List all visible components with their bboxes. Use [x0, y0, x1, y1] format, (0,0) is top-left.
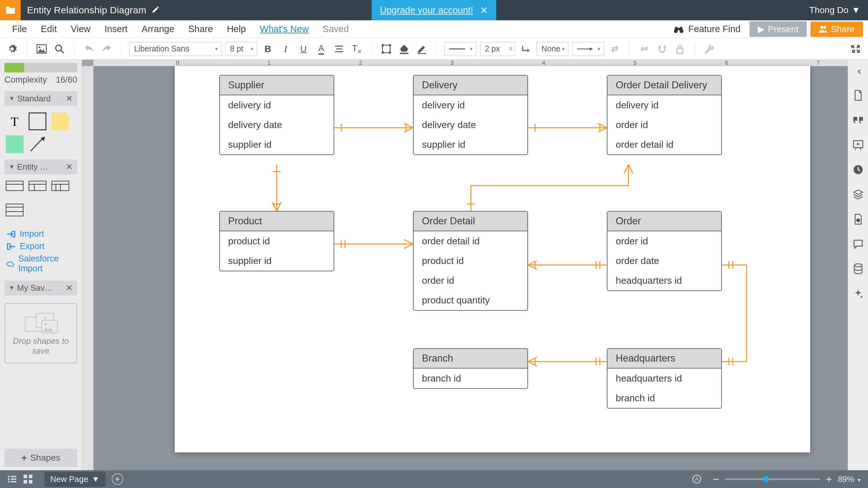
entity-field[interactable]: delivery date: [414, 115, 527, 135]
document-title[interactable]: Entity Relationship Diagram: [27, 5, 147, 16]
italic-icon[interactable]: I: [279, 42, 292, 56]
entity-shape-1-icon[interactable]: [6, 181, 24, 199]
entity-branch[interactable]: Branchbranch id: [413, 348, 528, 389]
align-icon[interactable]: [332, 42, 346, 56]
collapse-dock-icon[interactable]: ‹‹: [852, 64, 865, 77]
shapes-button[interactable]: + Shapes: [4, 449, 77, 467]
close-icon[interactable]: ✕: [66, 162, 73, 172]
entity-header[interactable]: Headquarters: [608, 349, 721, 369]
entity-field[interactable]: headquarters id: [608, 369, 721, 388]
feature-find[interactable]: Feature Find: [673, 24, 740, 34]
menu-whats-new[interactable]: What's New: [253, 24, 316, 34]
entity-shape-2-icon[interactable]: [29, 181, 46, 199]
entity-field[interactable]: order detail id: [608, 135, 721, 154]
search-icon[interactable]: [53, 42, 66, 56]
entity-order_detail_delivery[interactable]: Order Detail Deliverydelivery idorder id…: [607, 75, 722, 155]
font-size-select[interactable]: 8 pt▼: [225, 42, 257, 56]
present-button[interactable]: ▶ Present: [749, 21, 807, 37]
text-color-icon[interactable]: A: [314, 42, 328, 56]
menu-view[interactable]: View: [64, 24, 97, 34]
entity-shape-4-icon[interactable]: [6, 204, 24, 221]
entity-field[interactable]: branch id: [608, 388, 721, 408]
entity-field[interactable]: delivery date: [220, 115, 334, 135]
bold-icon[interactable]: B: [261, 42, 275, 56]
entity-header[interactable]: Branch: [414, 349, 527, 369]
close-icon[interactable]: ✕: [66, 94, 73, 103]
comments-dock-icon[interactable]: [852, 238, 865, 250]
entity-order_detail[interactable]: Order Detailorder detail idproduct idord…: [413, 211, 528, 311]
note-shape-icon[interactable]: [52, 113, 69, 130]
page-dock-icon[interactable]: [852, 89, 865, 102]
outline-view-icon[interactable]: [6, 474, 18, 485]
entity-shape-3-icon[interactable]: [52, 181, 69, 199]
entity-field[interactable]: order detail id: [414, 231, 527, 251]
share-button[interactable]: Share: [810, 22, 863, 37]
entity-order[interactable]: Orderorder idorder dateheadquarters id: [607, 211, 722, 291]
entity-header[interactable]: Order Detail: [414, 212, 527, 231]
saved-shapes-dropzone[interactable]: T Drop shapes to save: [4, 303, 77, 363]
entity-delivery[interactable]: Deliverydelivery iddelivery datesupplier…: [413, 75, 528, 155]
entity-header[interactable]: Order: [608, 212, 721, 231]
grid-view-icon[interactable]: [22, 474, 34, 485]
data-dock-icon[interactable]: [852, 213, 865, 225]
undo-icon[interactable]: [82, 42, 96, 56]
close-icon[interactable]: ✕: [66, 283, 73, 293]
lock-icon[interactable]: [673, 42, 687, 56]
add-page-button[interactable]: +: [112, 474, 123, 485]
layers-dock-icon[interactable]: [852, 188, 865, 201]
menu-arrange[interactable]: Arrange: [135, 24, 181, 34]
entity-supplier[interactable]: Supplierdelivery iddelivery datesupplier…: [219, 75, 334, 155]
entity-field[interactable]: order date: [608, 251, 721, 271]
settings-icon[interactable]: [5, 42, 19, 56]
entity-field[interactable]: order id: [608, 115, 721, 135]
swap-ends-icon[interactable]: [608, 42, 622, 56]
entity-field[interactable]: order id: [414, 271, 527, 291]
connector-style-icon[interactable]: [519, 42, 533, 56]
fullscreen-icon[interactable]: [849, 42, 863, 56]
import-link[interactable]: Import: [4, 228, 77, 240]
entity-header[interactable]: Supplier: [220, 75, 334, 95]
image-icon[interactable]: [35, 42, 49, 56]
menu-file[interactable]: File: [5, 24, 34, 34]
menu-share[interactable]: Share: [181, 24, 220, 34]
upgrade-banner[interactable]: Upgrade your account! ✕: [372, 0, 496, 20]
export-link[interactable]: Export: [4, 240, 77, 252]
arrow-select[interactable]: ▼: [572, 42, 604, 56]
accordion-entity[interactable]: ▼ Entity … ✕: [4, 159, 77, 175]
upgrade-text[interactable]: Upgrade your account!: [380, 5, 473, 16]
link-icon[interactable]: [637, 42, 651, 56]
entity-header[interactable]: Product: [220, 212, 334, 231]
entity-product[interactable]: Productproduct idsupplier id: [219, 211, 334, 271]
line-width-select[interactable]: 2 px⇅: [480, 42, 515, 56]
entity-field[interactable]: delivery id: [414, 95, 527, 115]
entity-field[interactable]: delivery id: [608, 95, 721, 115]
fill-color-icon[interactable]: [397, 42, 411, 56]
autosave-icon[interactable]: A: [691, 474, 703, 485]
entity-header[interactable]: Order Detail Delivery: [608, 75, 721, 95]
hotspot-shape-icon[interactable]: [6, 135, 24, 153]
menu-help[interactable]: Help: [220, 24, 253, 34]
font-select[interactable]: Liberation Sans▼: [129, 42, 221, 56]
entity-field[interactable]: supplier id: [414, 135, 527, 154]
quote-dock-icon[interactable]: [852, 114, 865, 126]
zoom-out-icon[interactable]: −: [713, 473, 719, 485]
text-shape-icon[interactable]: T: [6, 113, 24, 130]
salesforce-import-link[interactable]: Salesforce Import: [4, 252, 77, 275]
entity-field[interactable]: supplier id: [220, 251, 334, 271]
redo-icon[interactable]: [100, 42, 114, 56]
entity-field[interactable]: order id: [608, 231, 721, 251]
entity-field[interactable]: headquarters id: [608, 271, 721, 291]
wrench-icon[interactable]: [703, 42, 716, 56]
close-icon[interactable]: ✕: [480, 5, 488, 16]
rename-icon[interactable]: [152, 5, 160, 15]
shape-group-icon[interactable]: [379, 42, 393, 56]
accordion-standard[interactable]: ▼ Standard ✕: [4, 91, 77, 106]
line-style-select[interactable]: ▼: [444, 42, 476, 56]
magnet-icon[interactable]: [655, 42, 669, 56]
entity-field[interactable]: product id: [414, 251, 527, 271]
entity-field[interactable]: supplier id: [220, 135, 334, 154]
page-selector[interactable]: New Page ▼: [44, 472, 105, 487]
entity-field[interactable]: delivery id: [220, 95, 334, 115]
sparkle-dock-icon[interactable]: [852, 287, 865, 300]
entity-field[interactable]: product id: [220, 231, 334, 251]
